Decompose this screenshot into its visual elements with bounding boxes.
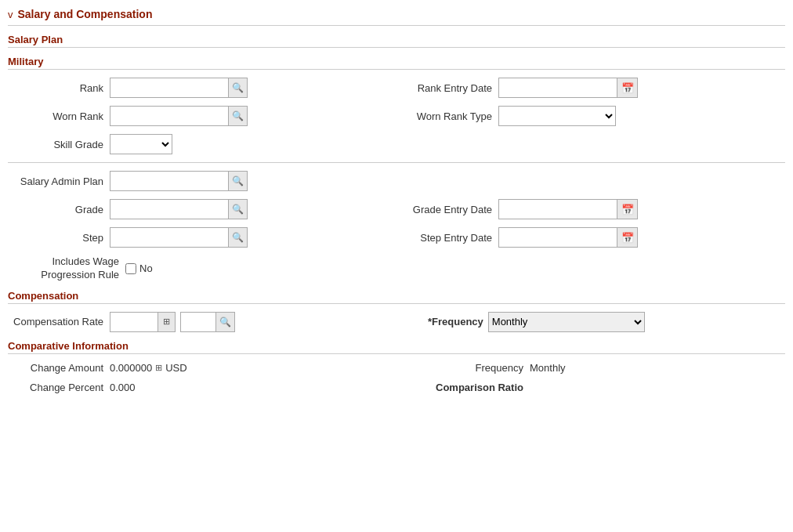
comparison-ratio-label: Comparison Ratio — [428, 382, 530, 393]
military-title: Military — [8, 56, 785, 67]
salary-admin-plan-search-btn[interactable]: 🔍 — [228, 172, 247, 190]
change-percent-value: 0.000 — [110, 382, 136, 393]
worn-rank-input-wrap: 🔍 — [110, 106, 248, 126]
step-input-wrap: 🔍 — [110, 227, 248, 248]
compensation-rate-col: Compensation Rate 0.00 ⊞ USD 🔍 — [8, 312, 396, 332]
wage-progression-col: Includes Wage Progression Rule No — [8, 255, 396, 282]
currency-input[interactable]: USD — [181, 313, 215, 331]
section-header: v Salary and Compensation — [8, 8, 785, 20]
change-percent-label: Change Percent — [8, 382, 110, 393]
grade-col-left: Grade 🔍 — [8, 199, 396, 219]
comp-rate-icon-btn[interactable]: ⊞ — [158, 313, 175, 331]
section-main-title: Salary and Compensation — [18, 8, 153, 20]
wage-progression-checkbox-wrap: No — [125, 262, 153, 274]
step-label: Step — [8, 232, 110, 244]
worn-rank-input[interactable] — [110, 107, 228, 125]
worn-rank-label: Worn Rank — [8, 110, 110, 122]
frequency-col: *Frequency Monthly Weekly Bi-Weekly Semi… — [396, 312, 785, 332]
wage-progression-row: Includes Wage Progression Rule No — [8, 255, 785, 282]
comp-rate-input-wrap: 0.00 ⊞ — [110, 312, 176, 332]
worn-rank-type-col: Worn Rank Type — [396, 106, 785, 126]
worn-rank-type-select[interactable] — [498, 106, 616, 126]
grade-search-btn[interactable]: 🔍 — [228, 200, 247, 219]
grade-row: Grade 🔍 Grade Entry Date 📅 — [8, 199, 785, 219]
step-entry-date-label: Step Entry Date — [396, 232, 498, 244]
skill-grade-col: Skill Grade — [8, 134, 396, 154]
rank-col-left: Rank 🔍 — [8, 78, 396, 98]
rank-entry-date-label: Rank Entry Date — [396, 82, 498, 94]
step-input[interactable] — [110, 228, 228, 247]
step-row: Step 🔍 Step Entry Date 📅 — [8, 227, 785, 248]
salary-admin-plan-col: Salary Admin Plan 🔍 — [8, 171, 396, 191]
salary-admin-plan-label: Salary Admin Plan — [8, 176, 110, 187]
currency-wrap: USD 🔍 — [180, 312, 235, 332]
salary-plan-divider — [8, 47, 785, 48]
grade-entry-date-label: Grade Entry Date — [396, 204, 498, 215]
comp-rate-input[interactable]: 0.00 — [110, 313, 158, 331]
salary-admin-plan-input[interactable] — [110, 172, 228, 190]
step-entry-date-cal-btn[interactable]: 📅 — [617, 228, 637, 247]
change-amount-col: Change Amount 0.000000 ⊞ USD — [8, 362, 396, 374]
wage-progression-label: Includes Wage Progression Rule — [8, 255, 125, 282]
worn-rank-type-label: Worn Rank Type — [396, 110, 498, 122]
rank-input[interactable] — [110, 78, 228, 97]
grade-input[interactable] — [110, 200, 228, 219]
page-container: v Salary and Compensation Salary Plan Mi… — [0, 0, 793, 532]
rank-search-btn[interactable]: 🔍 — [228, 78, 247, 97]
comparison-ratio-col: Comparison Ratio — [396, 382, 785, 393]
salary-plan-title: Salary Plan — [8, 34, 785, 45]
step-search-btn[interactable]: 🔍 — [228, 228, 247, 247]
rank-row: Rank 🔍 Rank Entry Date 📅 — [8, 78, 785, 98]
skill-grade-select[interactable] — [110, 134, 172, 154]
currency-search-btn[interactable]: 🔍 — [215, 313, 234, 331]
rank-entry-date-wrap: 📅 — [498, 78, 638, 98]
wage-progression-checkbox[interactable] — [125, 263, 136, 274]
compensation-rate-label: Compensation Rate — [8, 316, 110, 328]
worn-rank-search-btn[interactable]: 🔍 — [228, 107, 247, 125]
change-amount-value: 0.000000 — [110, 362, 152, 374]
change-amount-currency: USD — [165, 362, 186, 374]
grade-entry-date-wrap: 📅 — [498, 199, 638, 219]
step-entry-date-input[interactable] — [499, 228, 617, 247]
compensation-title: Compensation — [8, 290, 785, 302]
change-amount-row: Change Amount 0.000000 ⊞ USD Frequency M… — [8, 362, 785, 374]
compensation-divider — [8, 303, 785, 304]
salary-admin-plan-input-wrap: 🔍 — [110, 171, 248, 191]
change-percent-col: Change Percent 0.000 — [8, 382, 396, 393]
grade-entry-date-input[interactable] — [499, 200, 617, 219]
admin-divider-top — [8, 162, 785, 163]
frequency-label: *Frequency — [428, 316, 488, 328]
skill-grade-label: Skill Grade — [8, 139, 110, 150]
wage-progression-checkbox-label: No — [139, 262, 153, 274]
main-divider — [8, 25, 785, 26]
change-amount-value-wrap: 0.000000 ⊞ USD — [110, 362, 187, 374]
grade-entry-date-col: Grade Entry Date 📅 — [396, 199, 785, 219]
ci-frequency-value: Monthly — [530, 362, 566, 374]
salary-admin-plan-row: Salary Admin Plan 🔍 — [8, 171, 785, 191]
comparative-info-title: Comparative Information — [8, 340, 785, 352]
step-entry-date-wrap: 📅 — [498, 227, 638, 248]
frequency-select[interactable]: Monthly Weekly Bi-Weekly Semi-Monthly An… — [488, 312, 645, 332]
section-toggle[interactable]: v — [8, 9, 13, 20]
step-entry-date-col: Step Entry Date 📅 — [396, 227, 785, 248]
grade-label: Grade — [8, 204, 110, 215]
rank-input-wrap: 🔍 — [110, 78, 248, 98]
worn-rank-row: Worn Rank 🔍 Worn Rank Type — [8, 106, 785, 126]
comparative-info-divider — [8, 353, 785, 354]
change-amount-label: Change Amount — [8, 362, 110, 374]
step-col-left: Step 🔍 — [8, 227, 396, 248]
rank-label: Rank — [8, 82, 110, 94]
change-amount-icon[interactable]: ⊞ — [155, 363, 162, 373]
worn-rank-col-left: Worn Rank 🔍 — [8, 106, 396, 126]
rank-entry-date-col: Rank Entry Date 📅 — [396, 78, 785, 98]
grade-entry-date-cal-btn[interactable]: 📅 — [617, 200, 637, 219]
rank-entry-date-cal-btn[interactable]: 📅 — [617, 78, 637, 97]
ci-frequency-col: Frequency Monthly — [396, 362, 785, 374]
compensation-rate-row: Compensation Rate 0.00 ⊞ USD 🔍 *Frequenc… — [8, 312, 785, 332]
grade-input-wrap: 🔍 — [110, 199, 248, 219]
change-percent-row: Change Percent 0.000 Comparison Ratio — [8, 382, 785, 393]
skill-grade-row: Skill Grade — [8, 134, 785, 154]
military-divider — [8, 69, 785, 70]
rank-entry-date-input[interactable] — [499, 78, 617, 97]
comp-rate-controls: 0.00 ⊞ USD 🔍 — [110, 312, 235, 332]
